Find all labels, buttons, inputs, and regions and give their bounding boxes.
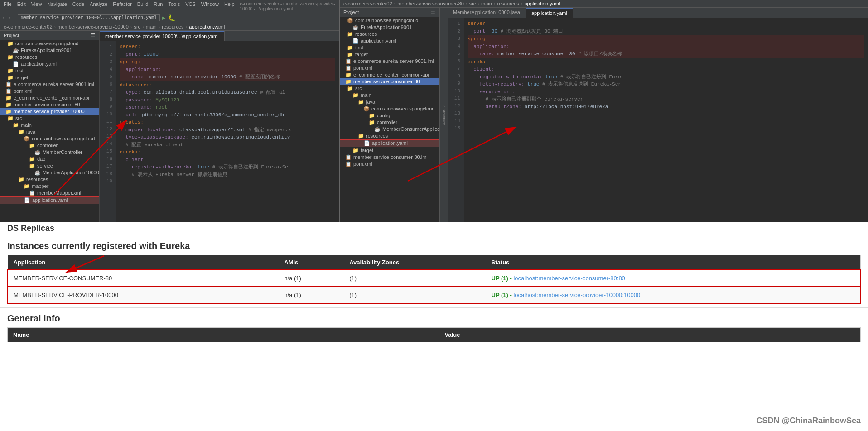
- bc-main[interactable]: main: [146, 24, 157, 29]
- bc-appyaml[interactable]: application.yaml: [189, 24, 225, 29]
- tree-r-pom[interactable]: 📋pom.xml: [340, 65, 439, 72]
- tree-r-springcloud[interactable]: 📦com.rainbowsea.springcloud: [340, 17, 439, 24]
- tree-r-consumer-80[interactable]: 📁member-service-consumer-80: [340, 78, 439, 85]
- tree-r-pkg[interactable]: 📦com.rainbowsea.springcloud: [340, 105, 439, 112]
- tree-eureka9001[interactable]: ☕EurekaApplication9001: [0, 47, 99, 54]
- pom-icon: 📋: [5, 88, 12, 94]
- app-name-consumer: MEMBER-SERVICE-CONSUMER-80: [8, 270, 279, 287]
- tree-memberapplication[interactable]: ☕MemberApplication10000: [0, 169, 99, 176]
- bc-resources[interactable]: resources: [162, 24, 183, 29]
- tree-r-config[interactable]: 📁config: [340, 112, 439, 119]
- tree-r-common-api[interactable]: 📁e_commerce_center_common-api: [340, 72, 439, 78]
- project-label-right: Project: [343, 10, 359, 15]
- bc-r-consumer[interactable]: member-service-consumer-80: [397, 1, 464, 6]
- menu-help[interactable]: Help: [224, 1, 235, 11]
- menu-code[interactable]: Code: [72, 1, 84, 11]
- run-config-label[interactable]: member-service-provider-10000\...\applic…: [18, 14, 160, 21]
- tree-r-src[interactable]: 📁src: [340, 85, 439, 92]
- folder-icon-r-sc: 📦: [347, 18, 353, 23]
- debug-button[interactable]: 🐛: [168, 14, 175, 22]
- tree-eureka-iml[interactable]: 📋e-commerce-eureka-server-9001.iml: [0, 81, 99, 88]
- tab-appyaml-right[interactable]: application.yaml: [526, 8, 573, 18]
- project-tools-right[interactable]: ☰: [430, 9, 435, 15]
- tree-provider-10000[interactable]: 📁member-service-provider-10000: [0, 108, 99, 115]
- tree-r-appyaml[interactable]: 📄application.yaml: [340, 38, 439, 44]
- menu-run[interactable]: Run: [154, 1, 163, 11]
- service-link-provider[interactable]: localhost:member-service-provider-10000:…: [513, 292, 640, 298]
- menu-vcs[interactable]: VCS: [185, 1, 196, 11]
- status-provider: UP (1) - localhost:member-service-provid…: [486, 287, 860, 303]
- tree-resources[interactable]: 📁resources: [0, 54, 99, 61]
- tree-r-pom2[interactable]: 📋pom.xml: [340, 161, 439, 168]
- tree-springcloud[interactable]: 📁com.rainbowsea.springcloud: [0, 40, 99, 47]
- toolbar-back-icon[interactable]: ←: [3, 15, 5, 20]
- tree-r-eureka9001[interactable]: ☕EurekaApplication9001: [340, 24, 439, 31]
- menu-edit[interactable]: Edit: [17, 1, 26, 11]
- col-zones: Availability Zones: [344, 255, 486, 270]
- breadcrumb-left: e-commerce-center02 › member-service-pro…: [0, 23, 339, 31]
- run-button[interactable]: ▶: [162, 14, 165, 22]
- tree-r-memberconsumer[interactable]: ☕MemberConsumerApplication: [340, 126, 439, 133]
- bc-src[interactable]: src: [134, 24, 140, 29]
- tree-r-controller[interactable]: 📁controller: [340, 119, 439, 126]
- tree-r-appyaml-selected[interactable]: 📄application.yaml: [340, 139, 439, 147]
- bc-r-src[interactable]: src: [469, 1, 476, 6]
- tree-r-resources2[interactable]: 📁resources: [340, 133, 439, 139]
- tree-main[interactable]: 📁main: [0, 122, 99, 129]
- bc-r-resources[interactable]: resources: [497, 1, 519, 6]
- tree-mapper-xml[interactable]: 📋memberMapper.xml: [0, 190, 99, 196]
- tree-appyaml-selected[interactable]: 📄application.yaml: [0, 196, 99, 204]
- tree-r-resources[interactable]: 📁resources: [340, 31, 439, 38]
- tree-r-main[interactable]: 📁main: [340, 92, 439, 99]
- tree-service[interactable]: 📁service: [0, 163, 99, 169]
- bc-r-ecommerce[interactable]: e-commerce-center02: [343, 1, 392, 6]
- table-row-provider: MEMBER-SERVICE-PROVIDER-10000 n/a (1) (1…: [8, 287, 860, 303]
- tree-pkg[interactable]: 📦com.rainbowsea.springcloud: [0, 135, 99, 142]
- menu-tools[interactable]: Tools: [168, 1, 180, 11]
- tree-memberctrl[interactable]: ☕MemberController: [0, 149, 99, 156]
- bc-r-appyaml[interactable]: application.yaml: [524, 1, 560, 6]
- tree-java[interactable]: 📁java: [0, 129, 99, 135]
- tab-appyaml-left[interactable]: member-service-provider-10000\...\applic…: [100, 31, 225, 41]
- tree-mapper[interactable]: 📁mapper: [0, 183, 99, 190]
- tree-r-consumer-iml[interactable]: 📋member-service-consumer-80.iml: [340, 154, 439, 161]
- menu-build[interactable]: Build: [137, 1, 148, 11]
- project-tools-left[interactable]: ☰: [91, 32, 96, 38]
- tree-consumer-80[interactable]: 📁member-service-consumer-80: [0, 101, 99, 108]
- bc-ecommerce[interactable]: e-commerce-center02: [4, 24, 53, 29]
- tree-r-java[interactable]: 📁java: [340, 99, 439, 105]
- tree-r-eureka-iml[interactable]: 📋e-commerce-eureka-server-9001.iml: [340, 58, 439, 65]
- project-header-left: Project ☰: [0, 31, 99, 40]
- rcode-line-2: port: 80 # 浏览器默认就是 80 端口: [468, 28, 864, 35]
- tree-r-target[interactable]: 📁target: [340, 51, 439, 58]
- bc-member-provider[interactable]: member-service-provider-10000: [58, 24, 129, 29]
- tree-common-api[interactable]: 📁e_commerce_center_common-api: [0, 95, 99, 101]
- menu-refactor[interactable]: Refactor: [113, 1, 132, 11]
- menu-file[interactable]: File: [4, 1, 12, 11]
- tree-r-target2[interactable]: 📁target: [340, 147, 439, 154]
- code-line-7: type: com.alibaba.druid.pool.DruidDataSo…: [120, 89, 335, 96]
- tree-src[interactable]: 📁src: [0, 115, 99, 122]
- tree-dao[interactable]: 📁dao: [0, 156, 99, 163]
- menu-view[interactable]: View: [31, 1, 42, 11]
- menu-analyze[interactable]: Analyze: [90, 1, 107, 11]
- tab-memberapplication[interactable]: MemberApplication10000.java: [448, 8, 526, 18]
- col-value: Value: [439, 328, 861, 342]
- tree-target[interactable]: 📁target: [0, 74, 99, 81]
- menu-window[interactable]: Window: [201, 1, 219, 11]
- tree-controller[interactable]: 📁controller: [0, 142, 99, 149]
- tree-pom[interactable]: 📋pom.xml: [0, 88, 99, 95]
- folder-icon-pkg: 📦: [24, 136, 30, 141]
- tree-r-test[interactable]: 📁test: [340, 44, 439, 51]
- service-link-consumer[interactable]: localhost:member-service-consumer-80:80: [513, 275, 625, 282]
- bc-r-main[interactable]: main: [481, 1, 492, 6]
- tree-resources2[interactable]: 📁resources: [0, 176, 99, 183]
- code-line-4: application:: [120, 66, 335, 74]
- menu-navigate[interactable]: Navigate: [47, 1, 67, 11]
- code-content-left: 12345678910111213141516171819 server: po…: [100, 41, 339, 222]
- folder-icon-sc: 📁: [7, 41, 14, 46]
- tree-test[interactable]: 📁test: [0, 67, 99, 74]
- code-line-3: spring:: [120, 58, 335, 66]
- tree-appyaml[interactable]: 📄application.yaml: [0, 61, 99, 67]
- toolbar-forward-icon[interactable]: →: [7, 15, 10, 20]
